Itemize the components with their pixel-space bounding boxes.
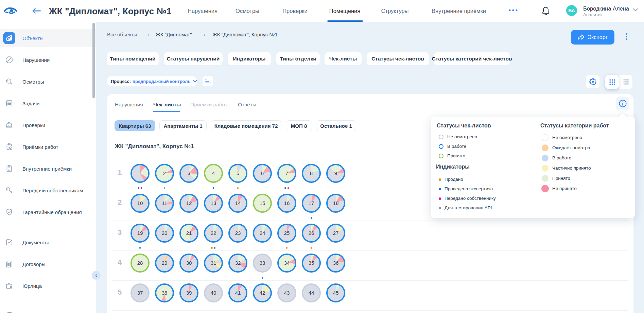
svg-text:12: 12 [186, 200, 192, 206]
svg-text:4: 4 [212, 170, 215, 176]
svg-text:36: 36 [333, 260, 339, 266]
svg-text:3: 3 [188, 170, 190, 176]
svg-text:38: 38 [162, 290, 168, 296]
svg-text:10: 10 [137, 200, 143, 206]
svg-text:41: 41 [235, 290, 241, 296]
svg-text:21: 21 [186, 230, 192, 236]
svg-text:29: 29 [162, 260, 168, 266]
svg-text:17: 17 [309, 200, 314, 206]
svg-text:35: 35 [309, 260, 314, 266]
svg-text:16: 16 [284, 200, 290, 206]
svg-text:26: 26 [309, 230, 314, 236]
svg-text:2: 2 [163, 170, 166, 176]
svg-text:1: 1 [139, 170, 141, 176]
svg-text:14: 14 [235, 200, 241, 206]
svg-text:44: 44 [309, 290, 314, 296]
svg-text:42: 42 [260, 290, 265, 296]
svg-text:27: 27 [333, 230, 339, 236]
svg-text:8: 8 [310, 170, 313, 176]
svg-text:28: 28 [137, 260, 143, 266]
svg-text:40: 40 [211, 290, 216, 296]
svg-text:19: 19 [137, 230, 143, 236]
svg-text:22: 22 [211, 230, 216, 236]
svg-text:20: 20 [162, 230, 168, 236]
svg-text:11: 11 [162, 200, 167, 206]
svg-text:34: 34 [284, 260, 290, 266]
svg-text:39: 39 [186, 290, 192, 296]
svg-text:45: 45 [333, 290, 339, 296]
svg-text:13: 13 [211, 200, 216, 206]
svg-text:31: 31 [211, 260, 216, 266]
svg-text:25: 25 [284, 230, 290, 236]
svg-text:15: 15 [260, 200, 265, 206]
svg-text:24: 24 [260, 230, 265, 236]
svg-text:5: 5 [237, 170, 239, 176]
svg-text:23: 23 [235, 230, 241, 236]
svg-text:18: 18 [333, 200, 339, 206]
svg-text:7: 7 [285, 170, 288, 176]
svg-text:33: 33 [260, 260, 265, 266]
svg-text:43: 43 [284, 290, 290, 296]
svg-text:37: 37 [137, 290, 143, 296]
svg-text:30: 30 [186, 260, 192, 266]
svg-text:9: 9 [334, 170, 337, 176]
svg-text:6: 6 [261, 170, 264, 176]
svg-text:32: 32 [235, 260, 241, 266]
